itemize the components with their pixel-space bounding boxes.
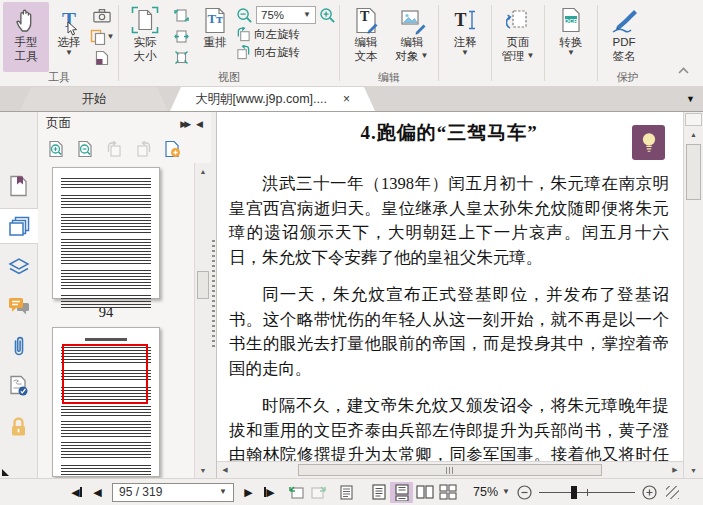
attachments-panel-button[interactable]	[0, 328, 37, 364]
scroll-right-icon[interactable]: ▶	[667, 462, 683, 478]
edit-object-button[interactable]: 编辑 对象▼	[389, 2, 435, 72]
signature-icon	[9, 375, 29, 397]
facing-view-button[interactable]	[413, 482, 436, 503]
tab-document[interactable]: 大明朝[www.j9p.com].... ×	[170, 87, 375, 111]
zoom-in-button[interactable]	[319, 7, 336, 24]
zoom-level-value: 75%	[261, 9, 284, 21]
snapshot-button[interactable]	[89, 6, 115, 25]
panel-corner-expand-handle[interactable]	[2, 469, 9, 476]
comments-panel-button[interactable]	[0, 288, 37, 324]
vertical-scrollbar-track[interactable]	[684, 142, 703, 463]
ribbon-collapse-button[interactable]	[675, 64, 691, 76]
zoom-slider[interactable]	[539, 482, 635, 502]
horizontal-scrollbar-track[interactable]	[233, 462, 667, 478]
scroll-down-icon[interactable]: ▼	[684, 463, 703, 478]
actual-size-button[interactable]: 实际 大小	[122, 2, 168, 72]
thumbnail-scrollbar-track[interactable]	[195, 179, 211, 463]
thumbnail-zoom-in-button[interactable]	[46, 139, 66, 159]
ocr-icon-text: OCR	[561, 14, 581, 28]
thumbnail-scrollbar[interactable]: ▲ ▼	[194, 163, 211, 478]
pdf-page[interactable]: 4.跑偏的“三驾马车” 洪武三十一年（1398年）闰五月初十，朱元璋在南京明皇宫…	[217, 112, 683, 461]
reflow-button[interactable]: Tт 重排	[194, 2, 236, 72]
first-page-button[interactable]: ◀	[66, 482, 87, 502]
current-view-rectangle[interactable]	[62, 344, 148, 404]
vertical-scrollbar[interactable]: ▲ ▼	[683, 112, 703, 478]
rotate-right-label: 向右旋转	[254, 45, 300, 60]
signatures-panel-button[interactable]	[0, 368, 37, 404]
tab-start[interactable]: 开始	[20, 87, 168, 111]
zoom-out-button[interactable]	[236, 7, 253, 24]
thumbnail-scrollbar-thumb[interactable]	[197, 271, 209, 299]
thumbnail-page-94[interactable]	[52, 167, 160, 299]
layers-panel-button[interactable]	[0, 248, 37, 284]
fit-width-button[interactable]	[168, 27, 194, 46]
rotate-left-button[interactable]: 向左旋转	[236, 27, 336, 42]
reading-mode-button[interactable]	[336, 482, 357, 502]
horizontal-scrollbar[interactable]: ◀ ▶	[217, 461, 683, 478]
select-dropdown-arrow: ▼	[65, 49, 73, 57]
vertical-scrollbar-thumb[interactable]	[686, 144, 701, 200]
pages-panel-button[interactable]	[0, 208, 38, 244]
scroll-down-icon[interactable]: ▼	[195, 463, 211, 478]
previous-view-button[interactable]	[286, 482, 307, 502]
zoom-slider-100-tick	[587, 489, 588, 496]
paragraph-1: 洪武三十一年（1398年）闰五月初十，朱元璋在南京明皇宫西宫病逝归天。皇位继承人…	[229, 172, 669, 270]
tip-lightbulb-button[interactable]	[632, 125, 665, 160]
page-manage-icon	[506, 5, 530, 35]
statusbar-zoom-dropdown-arrow[interactable]: ▼	[502, 488, 510, 496]
zoom-out-button[interactable]	[514, 482, 535, 502]
page-manage-label-line2: 管理	[502, 49, 525, 63]
ribbon-group-protect: PDF 签名 保护	[598, 0, 657, 86]
fit-width-icon	[174, 29, 189, 44]
select-tool-button[interactable]: T 选择 ▼	[49, 2, 89, 72]
last-page-button[interactable]: ▶	[259, 482, 280, 502]
tab-close-icon[interactable]: ×	[343, 92, 350, 106]
zoom-level-dropdown[interactable]: 75% ▼	[256, 6, 316, 24]
thumbnail-zoom-out-button[interactable]	[75, 139, 95, 159]
page-number-field[interactable]: 95 / 319 ▼	[112, 483, 234, 502]
rotate-page-right-icon	[135, 141, 152, 158]
edit-text-button[interactable]: T 编辑 文本	[343, 2, 389, 72]
zoom-slider-thumb[interactable]	[571, 486, 577, 499]
bookmarks-panel-button[interactable]	[0, 168, 37, 204]
splitter-grip[interactable]	[212, 240, 215, 350]
thumbnail-page-95[interactable]	[52, 327, 160, 477]
insert-page-button[interactable]	[162, 139, 182, 159]
next-view-button[interactable]	[307, 482, 328, 502]
pdf-sign-button[interactable]: PDF 签名	[601, 2, 647, 72]
single-page-view-button[interactable]	[367, 482, 390, 503]
zoom-in-button[interactable]	[639, 482, 660, 502]
security-panel-button[interactable]	[0, 408, 37, 444]
fit-page-button[interactable]	[168, 6, 194, 25]
scroll-up-icon[interactable]: ▲	[195, 163, 211, 179]
hand-tool-button[interactable]: 手型 工具	[3, 2, 49, 72]
previous-page-button[interactable]: ◀	[87, 482, 108, 502]
pages-panel-title: 页面	[46, 115, 71, 132]
panel-collapse-icon[interactable]: ◀	[196, 119, 203, 129]
panel-expand-icon[interactable]: ▶▶	[180, 119, 188, 129]
scroll-left-icon[interactable]: ◀	[217, 462, 233, 478]
paste-page-button[interactable]	[89, 48, 115, 67]
scroll-up-icon[interactable]: ▲	[684, 127, 703, 142]
ocr-icon: OCR	[561, 5, 581, 35]
document-lines-icon	[340, 485, 353, 500]
fit-visible-button[interactable]	[168, 48, 194, 67]
facing-view-icon	[416, 485, 434, 499]
zoom-out-icon	[236, 7, 253, 24]
comment-button[interactable]: T 注释 ▼	[442, 2, 488, 72]
tab-list-dropdown[interactable]: ▼	[686, 94, 695, 104]
convert-button[interactable]: OCR 转换 ▼	[548, 2, 594, 72]
horizontal-scrollbar-thumb[interactable]	[298, 464, 602, 476]
rotate-right-button[interactable]: 向右旋转	[236, 45, 336, 60]
page-manage-button[interactable]: 页面 管理▼	[495, 2, 541, 72]
continuous-facing-view-button[interactable]	[436, 482, 459, 503]
reflow-label: 重排	[204, 35, 227, 49]
ribbon-group-edit: T 编辑 文本 编辑 对象▼ 编辑	[340, 0, 438, 86]
window-resize-grip[interactable]	[666, 486, 679, 499]
statusbar-zoom-value[interactable]: 75%	[473, 485, 498, 499]
rotate-page-right-button[interactable]	[133, 139, 153, 159]
rotate-page-left-button[interactable]	[104, 139, 124, 159]
continuous-view-button[interactable]	[390, 482, 413, 503]
clipboard-button[interactable]: ▼	[89, 27, 115, 46]
next-page-button[interactable]: ▶	[238, 482, 259, 502]
